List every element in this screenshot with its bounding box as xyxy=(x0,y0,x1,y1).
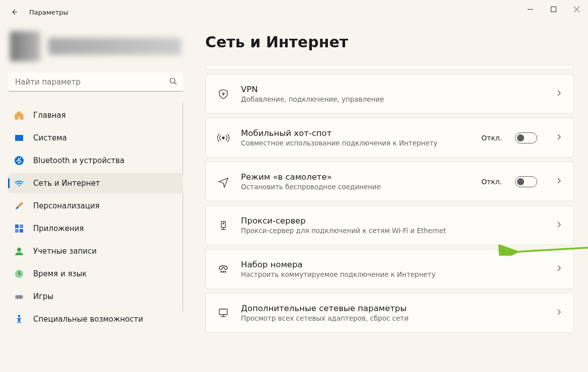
sidebar-item-label: Игры xyxy=(33,292,53,301)
card-vpn[interactable]: VPN Добавление, подключение, управление xyxy=(205,74,574,114)
card-subtitle: Совместное использование подключения к И… xyxy=(241,139,470,147)
sidebar-item-label: Специальные возможности xyxy=(33,315,143,324)
apps-icon xyxy=(14,224,24,234)
user-block[interactable] xyxy=(8,24,183,72)
card-subtitle: Прокси-сервер для подключений к сетям Wi… xyxy=(241,227,537,235)
accessibility-icon xyxy=(14,314,24,324)
card-proxy[interactable]: Прокси-сервер Прокси-сервер для подключе… xyxy=(205,205,574,245)
card-subtitle: Добавление, подключение, управление xyxy=(241,95,537,103)
card-dialup[interactable]: Набор номера Настроить коммутируемое под… xyxy=(205,249,574,289)
titlebar: Параметры xyxy=(0,0,588,24)
sidebar-item-label: Персонализация xyxy=(33,201,100,210)
card-title: Режим «в самолете» xyxy=(241,172,470,182)
chevron-right-icon xyxy=(555,221,562,228)
chevron-right-icon xyxy=(555,309,562,316)
sidebar-item-label: Сеть и Интернет xyxy=(33,179,100,188)
toggle-state: Откл. xyxy=(481,178,502,186)
svg-point-8 xyxy=(18,185,20,186)
svg-point-28 xyxy=(225,271,226,272)
search-input[interactable] xyxy=(8,72,183,92)
svg-rect-1 xyxy=(551,7,556,12)
sidebar-item-network[interactable]: Сеть и Интернет xyxy=(8,173,183,193)
svg-point-19 xyxy=(222,93,224,94)
svg-point-23 xyxy=(223,223,224,224)
toggle-state: Откл. xyxy=(481,134,502,142)
sidebar-item-personalization[interactable]: Персонализация xyxy=(8,196,183,216)
card-hotspot[interactable]: Мобильный хот-спот Совместное использова… xyxy=(205,118,574,158)
search-box[interactable] xyxy=(8,72,183,92)
svg-rect-12 xyxy=(20,229,23,233)
card-subtitle: Остановить беспроводное соединение xyxy=(241,183,470,191)
svg-rect-11 xyxy=(15,229,19,233)
chevron-right-icon xyxy=(555,177,562,184)
search-icon xyxy=(169,77,177,85)
svg-point-17 xyxy=(20,296,22,298)
sidebar-item-label: Система xyxy=(33,133,67,142)
bluetooth-icon xyxy=(14,156,24,166)
person-icon xyxy=(14,246,24,256)
sidebar-item-time-language[interactable]: Время и язык xyxy=(8,264,183,284)
maximize-button[interactable] xyxy=(542,0,565,18)
wifi-icon xyxy=(14,178,24,188)
shield-icon xyxy=(217,88,229,100)
close-icon xyxy=(574,7,579,12)
card-title: Набор номера xyxy=(241,260,537,269)
brush-icon xyxy=(14,201,24,211)
chevron-right-icon xyxy=(555,133,562,140)
svg-point-21 xyxy=(222,137,224,139)
sidebar-item-accessibility[interactable]: Специальные возможности xyxy=(8,309,183,329)
svg-point-18 xyxy=(18,315,21,318)
monitor-network-icon xyxy=(217,307,229,319)
hotspot-icon xyxy=(217,132,229,144)
home-icon xyxy=(14,110,24,120)
minimize-button[interactable] xyxy=(519,0,542,18)
sidebar-item-label: Bluetooth и устройства xyxy=(33,156,124,165)
avatar xyxy=(10,31,40,61)
card-partial-top[interactable] xyxy=(205,65,574,70)
toggle-hotspot[interactable] xyxy=(515,132,537,143)
page-title: Сеть и Интернет xyxy=(205,33,574,51)
card-title: Прокси-сервер xyxy=(241,216,537,226)
phone-icon xyxy=(217,263,229,275)
chevron-right-icon xyxy=(555,90,562,97)
svg-point-26 xyxy=(221,271,222,272)
sidebar-item-label: Главная xyxy=(33,111,66,120)
airplane-icon xyxy=(217,176,229,188)
sidebar-item-apps[interactable]: Приложения xyxy=(8,218,183,239)
svg-point-16 xyxy=(17,296,19,298)
close-button[interactable] xyxy=(565,0,588,18)
svg-rect-10 xyxy=(20,225,23,228)
svg-line-5 xyxy=(175,83,177,85)
nav: Главная Система Bluetooth и устройства С… xyxy=(8,103,183,332)
sidebar-item-gaming[interactable]: Игры xyxy=(8,286,183,307)
system-icon xyxy=(14,133,24,143)
svg-rect-22 xyxy=(221,221,225,228)
clock-globe-icon xyxy=(14,269,24,279)
card-title: Дополнительные сетевые параметры xyxy=(241,304,537,313)
svg-rect-15 xyxy=(15,295,23,299)
sidebar-item-label: Время и язык xyxy=(33,269,87,278)
app-title: Параметры xyxy=(29,9,68,16)
sidebar-item-home[interactable]: Главная xyxy=(8,105,183,125)
card-subtitle: Настроить коммутируемое подключение к Ин… xyxy=(241,270,537,278)
content: Сеть и Интернет VPN Добавление, подключе… xyxy=(191,24,588,372)
minimize-icon xyxy=(528,7,533,12)
user-name-redacted xyxy=(48,38,181,55)
sidebar-item-label: Приложения xyxy=(33,224,84,233)
back-button[interactable] xyxy=(9,7,19,17)
sidebar-item-accounts[interactable]: Учетные записи xyxy=(8,241,183,261)
card-subtitle: Просмотр всех сетевых адаптеров, сброс с… xyxy=(241,314,537,322)
svg-point-27 xyxy=(223,271,224,272)
chevron-right-icon xyxy=(555,265,562,272)
gamepad-icon xyxy=(14,291,24,302)
svg-rect-6 xyxy=(15,135,23,141)
card-advanced-network[interactable]: Дополнительные сетевые параметры Просмот… xyxy=(205,293,574,333)
sidebar-item-bluetooth[interactable]: Bluetooth и устройства xyxy=(8,151,183,171)
svg-point-13 xyxy=(17,248,21,252)
sidebar-item-system[interactable]: Система xyxy=(8,128,183,148)
svg-point-4 xyxy=(170,78,175,83)
card-airplane-mode[interactable]: Режим «в самолете» Остановить беспроводн… xyxy=(205,162,574,201)
card-title: VPN xyxy=(241,85,537,94)
sidebar: Главная Система Bluetooth и устройства С… xyxy=(0,24,191,372)
toggle-airplane[interactable] xyxy=(515,176,537,187)
